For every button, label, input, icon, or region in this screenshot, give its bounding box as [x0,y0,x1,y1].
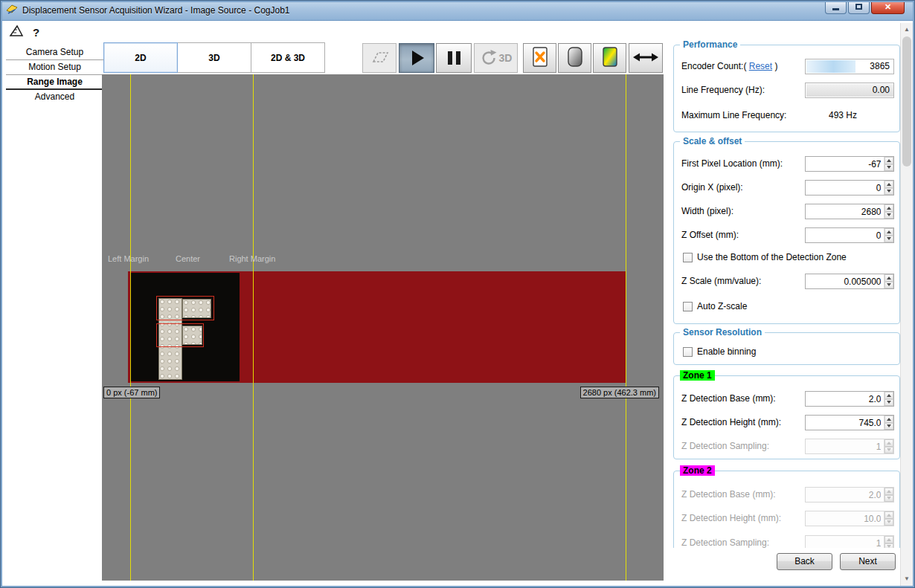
performance-group-title: Performance [680,39,740,50]
settings-panel: Performance Encoder Count:( Reset ) 3865… [672,37,902,548]
spin-down-icon[interactable] [884,423,893,430]
width-pixel-field[interactable] [805,204,894,219]
maximize-button[interactable] [848,0,870,14]
zone2-sampling-input [806,536,884,548]
spin-down-icon[interactable] [884,236,893,243]
zone1-base-input[interactable] [806,392,884,406]
spin-up-icon[interactable] [884,416,893,423]
color-palette-icon [601,46,619,71]
zone1-height-input[interactable] [806,416,884,430]
z-offset-spinner[interactable] [884,228,893,242]
back-button[interactable]: Back [777,553,832,570]
origin-x-spinner[interactable] [884,181,893,195]
zone2-sampling-field [805,535,894,548]
refresh-3d-button[interactable]: 3D [474,43,518,73]
enable-binning-checkbox-label: Enable binning [697,346,756,357]
measurement-tool-icon[interactable] [9,25,24,40]
spin-up-icon[interactable] [884,157,893,164]
run-button[interactable] [399,43,434,73]
help-icon[interactable]: ? [33,26,39,39]
zone2-height-field [805,511,894,526]
spin-down-icon[interactable] [884,399,893,407]
zone1-height-spinner[interactable] [884,416,893,430]
width-pixel-row: Width (pixel): [681,204,893,219]
minimize-button[interactable] [825,0,847,14]
right-margin-line[interactable] [626,74,626,581]
maximize-icon [855,4,862,10]
z-scale-field[interactable] [805,274,894,289]
scroll-up-icon[interactable]: ▲ [901,24,913,36]
zone1-base-field[interactable] [805,391,894,407]
first-pixel-location-row: First Pixel Location (mm): [681,156,893,172]
first-pixel-location-input[interactable] [806,157,884,171]
wizard-steps-sidebar: Camera Setup Motion Setup Range Image Ad… [6,45,103,105]
spin-up-icon[interactable] [884,274,893,282]
max-line-frequency-label: Maximum Line Frequency: [681,108,786,123]
tab-3d[interactable]: 3D [177,42,251,73]
auto-z-scale-checkbox[interactable] [683,302,693,311]
origin-x-field[interactable] [805,180,894,196]
origin-x-input[interactable] [806,181,884,195]
refresh-3d-icon [480,48,498,68]
next-button[interactable]: Next [840,553,896,570]
sidebar-item-motion-setup[interactable]: Motion Setup [6,60,103,75]
z-offset-field[interactable] [805,227,894,243]
region-select-button[interactable] [362,43,396,73]
spin-up-icon[interactable] [884,228,893,236]
window-title: Displacement Sensor Acquisition Wizard -… [22,5,290,16]
title-bar[interactable]: Displacement Sensor Acquisition Wizard -… [0,0,915,21]
zone2-height-row: Z Detection Height (mm): [681,511,893,526]
z-offset-input[interactable] [806,228,884,242]
spin-up-icon[interactable] [884,392,893,399]
tab-2d-and-3d[interactable]: 2D & 3D [251,42,325,73]
max-line-frequency-row: Maximum Line Frequency: 493 Hz [681,108,893,123]
z-offset-row: Z Offset (mm): [681,227,893,243]
zone1-sampling-label: Z Detection Sampling: [681,439,769,454]
region-select-icon [368,48,391,68]
zone2-base-row: Z Detection Base (mm): [681,487,893,503]
spin-up-icon[interactable] [884,204,893,212]
close-button[interactable]: ✕ [871,0,905,14]
tab-2d[interactable]: 2D [103,42,178,73]
first-pixel-location-field[interactable] [805,156,894,172]
panel-scrollbar[interactable]: ▲ ▼ [900,23,913,586]
scroll-down-icon[interactable]: ▼ [901,573,913,585]
zone1-base-row: Z Detection Base (mm): [681,391,893,407]
zone1-sampling-spinner [884,439,893,453]
mini-toolbar: ? [9,25,39,40]
width-pixel-input[interactable] [806,204,884,219]
spin-down-icon[interactable] [884,164,893,172]
fit-width-button[interactable] [629,43,663,73]
center-line[interactable] [253,74,254,581]
z-scale-spinner[interactable] [884,274,893,288]
zone1-height-field[interactable] [805,415,894,430]
range-start-label: 0 px (-67 mm) [103,387,160,398]
clear-image-button[interactable] [523,43,556,73]
sidebar-item-advanced[interactable]: Advanced [6,90,103,105]
width-pixel-spinner[interactable] [884,204,893,219]
first-pixel-location-spinner[interactable] [884,157,893,171]
z-scale-input[interactable] [806,274,884,288]
close-icon: ✕ [884,2,891,12]
pause-button[interactable] [436,43,472,73]
scrollbar-thumb[interactable] [902,36,911,167]
spin-down-icon[interactable] [884,188,893,196]
encoder-count-label: Encoder Count:( Reset ) [681,59,777,74]
left-margin-line[interactable] [130,74,131,581]
spin-down-icon [884,519,893,526]
center-label: Center [176,254,200,263]
pause-icon [448,51,460,65]
sidebar-item-camera-setup[interactable]: Camera Setup [6,45,103,60]
color-palette-button[interactable] [593,43,626,73]
enable-binning-checkbox[interactable] [683,347,693,357]
reset-link[interactable]: Reset [749,61,772,71]
use-bottom-checkbox-row: Use the Bottom of the Detection Zone [683,251,847,263]
spin-down-icon[interactable] [884,282,893,289]
spin-down-icon[interactable] [884,212,893,219]
zone1-base-spinner[interactable] [884,392,893,406]
spin-up-icon[interactable] [884,181,893,188]
sidebar-item-range-image[interactable]: Range Image [6,75,103,90]
use-bottom-checkbox[interactable] [683,253,693,262]
grayscale-palette-button[interactable] [558,43,591,73]
range-image-viewer[interactable]: Left Margin Center Right Margin 0 px (-6… [102,74,664,581]
